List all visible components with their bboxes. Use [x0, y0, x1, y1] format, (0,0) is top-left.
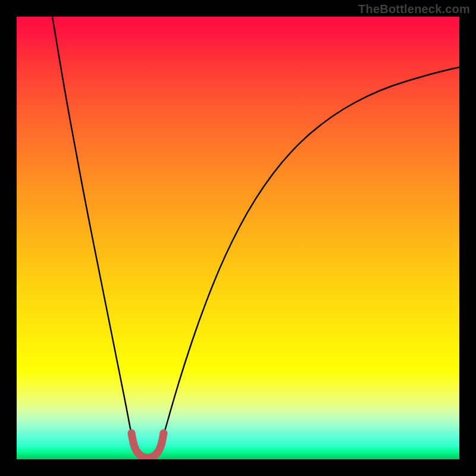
u-marker: [131, 433, 164, 458]
watermark-text: TheBottleneck.com: [358, 2, 470, 16]
chart-plot-area: [17, 17, 459, 459]
curve-left-branch: [52, 17, 139, 454]
curve-right-branch: [156, 67, 459, 454]
bottleneck-curve: [17, 17, 459, 459]
